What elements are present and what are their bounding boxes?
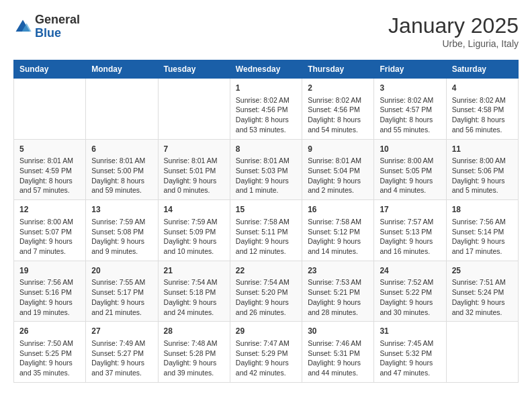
weekday-header-thursday: Thursday	[302, 60, 374, 79]
location-subtitle: Urbe, Liguria, Italy	[388, 38, 519, 49]
weekday-header-saturday: Saturday	[446, 60, 518, 79]
day-info: Sunrise: 7:56 AM Sunset: 5:14 PM Dayligh…	[452, 217, 513, 257]
day-number: 27	[91, 326, 152, 337]
day-number: 8	[236, 144, 296, 155]
empty-cell	[446, 322, 518, 383]
calendar-week-row: 12Sunrise: 8:00 AM Sunset: 5:07 PM Dayli…	[14, 200, 519, 261]
logo-text: General Blue	[35, 13, 80, 40]
day-number: 23	[308, 265, 368, 277]
day-info: Sunrise: 7:54 AM Sunset: 5:20 PM Dayligh…	[236, 277, 296, 317]
day-number: 12	[19, 204, 80, 216]
weekday-header-wednesday: Wednesday	[230, 60, 302, 79]
calendar-day-cell: 17Sunrise: 7:57 AM Sunset: 5:13 PM Dayli…	[374, 200, 446, 261]
calendar-week-row: 19Sunrise: 7:56 AM Sunset: 5:16 PM Dayli…	[14, 261, 519, 322]
day-number: 17	[380, 204, 440, 216]
title-block: January 2025 Urbe, Liguria, Italy	[388, 13, 519, 49]
calendar-day-cell: 1Sunrise: 8:02 AM Sunset: 4:56 PM Daylig…	[230, 79, 302, 140]
calendar-day-cell: 16Sunrise: 7:58 AM Sunset: 5:12 PM Dayli…	[302, 200, 374, 261]
day-number: 11	[452, 144, 513, 155]
calendar-day-cell: 10Sunrise: 8:00 AM Sunset: 5:05 PM Dayli…	[374, 139, 446, 200]
calendar-day-cell: 15Sunrise: 7:58 AM Sunset: 5:11 PM Dayli…	[230, 200, 302, 261]
calendar-day-cell: 26Sunrise: 7:50 AM Sunset: 5:25 PM Dayli…	[14, 322, 86, 383]
day-info: Sunrise: 7:45 AM Sunset: 5:32 PM Dayligh…	[380, 338, 440, 378]
day-number: 20	[91, 265, 152, 277]
day-number: 14	[164, 204, 224, 216]
calendar-week-row: 26Sunrise: 7:50 AM Sunset: 5:25 PM Dayli…	[14, 322, 519, 383]
day-number: 6	[91, 144, 152, 155]
logo-general: General	[35, 13, 80, 26]
calendar-day-cell: 3Sunrise: 8:02 AM Sunset: 4:57 PM Daylig…	[374, 79, 446, 140]
empty-cell	[158, 79, 230, 140]
calendar-day-cell: 4Sunrise: 8:02 AM Sunset: 4:58 PM Daylig…	[446, 79, 518, 140]
day-info: Sunrise: 8:02 AM Sunset: 4:56 PM Dayligh…	[236, 95, 296, 135]
logo: General Blue	[13, 13, 80, 40]
calendar-day-cell: 28Sunrise: 7:48 AM Sunset: 5:28 PM Dayli…	[158, 322, 230, 383]
day-number: 13	[91, 204, 152, 216]
day-number: 29	[236, 326, 296, 337]
day-info: Sunrise: 7:56 AM Sunset: 5:16 PM Dayligh…	[19, 277, 80, 317]
weekday-header-monday: Monday	[86, 60, 158, 79]
day-number: 18	[452, 204, 513, 216]
logo-blue: Blue	[35, 26, 61, 40]
calendar-day-cell: 9Sunrise: 8:01 AM Sunset: 5:04 PM Daylig…	[302, 139, 374, 200]
calendar-day-cell: 6Sunrise: 8:01 AM Sunset: 5:00 PM Daylig…	[86, 139, 158, 200]
day-info: Sunrise: 8:02 AM Sunset: 4:58 PM Dayligh…	[452, 95, 513, 135]
day-number: 30	[308, 326, 368, 337]
day-number: 1	[236, 83, 296, 94]
day-info: Sunrise: 7:55 AM Sunset: 5:17 PM Dayligh…	[91, 277, 152, 317]
day-number: 2	[308, 83, 368, 94]
day-number: 31	[380, 326, 440, 337]
day-info: Sunrise: 8:02 AM Sunset: 4:56 PM Dayligh…	[308, 95, 368, 135]
day-number: 24	[380, 265, 440, 277]
day-number: 7	[164, 144, 224, 155]
day-info: Sunrise: 8:01 AM Sunset: 5:00 PM Dayligh…	[91, 156, 152, 195]
day-info: Sunrise: 7:49 AM Sunset: 5:27 PM Dayligh…	[91, 338, 152, 378]
day-info: Sunrise: 7:46 AM Sunset: 5:31 PM Dayligh…	[308, 338, 368, 378]
calendar-day-cell: 21Sunrise: 7:54 AM Sunset: 5:18 PM Dayli…	[158, 261, 230, 322]
weekday-header-friday: Friday	[374, 60, 446, 79]
calendar-day-cell: 11Sunrise: 8:00 AM Sunset: 5:06 PM Dayli…	[446, 139, 518, 200]
day-number: 9	[308, 144, 368, 155]
day-info: Sunrise: 7:52 AM Sunset: 5:22 PM Dayligh…	[380, 277, 440, 317]
calendar-day-cell: 5Sunrise: 8:01 AM Sunset: 4:59 PM Daylig…	[14, 139, 86, 200]
weekday-header-tuesday: Tuesday	[158, 60, 230, 79]
calendar-day-cell: 27Sunrise: 7:49 AM Sunset: 5:27 PM Dayli…	[86, 322, 158, 383]
day-number: 25	[452, 265, 513, 277]
logo-icon	[13, 17, 32, 36]
day-info: Sunrise: 7:58 AM Sunset: 5:11 PM Dayligh…	[236, 217, 296, 257]
calendar-week-row: 5Sunrise: 8:01 AM Sunset: 4:59 PM Daylig…	[14, 139, 519, 200]
day-number: 16	[308, 204, 368, 216]
calendar-day-cell: 2Sunrise: 8:02 AM Sunset: 4:56 PM Daylig…	[302, 79, 374, 140]
calendar-table: SundayMondayTuesdayWednesdayThursdayFrid…	[13, 60, 519, 383]
day-number: 28	[164, 326, 224, 337]
day-number: 3	[380, 83, 440, 94]
day-number: 19	[19, 265, 80, 277]
calendar-day-cell: 30Sunrise: 7:46 AM Sunset: 5:31 PM Dayli…	[302, 322, 374, 383]
day-info: Sunrise: 8:00 AM Sunset: 5:07 PM Dayligh…	[19, 217, 80, 257]
day-info: Sunrise: 7:48 AM Sunset: 5:28 PM Dayligh…	[164, 338, 224, 378]
day-info: Sunrise: 8:01 AM Sunset: 5:03 PM Dayligh…	[236, 156, 296, 195]
day-info: Sunrise: 8:01 AM Sunset: 5:04 PM Dayligh…	[308, 156, 368, 195]
day-info: Sunrise: 7:59 AM Sunset: 5:09 PM Dayligh…	[164, 217, 224, 257]
day-info: Sunrise: 7:58 AM Sunset: 5:12 PM Dayligh…	[308, 217, 368, 257]
day-number: 26	[19, 326, 80, 337]
day-number: 15	[236, 204, 296, 216]
day-info: Sunrise: 8:00 AM Sunset: 5:06 PM Dayligh…	[452, 156, 513, 195]
calendar-day-cell: 18Sunrise: 7:56 AM Sunset: 5:14 PM Dayli…	[446, 200, 518, 261]
month-title: January 2025	[388, 13, 519, 38]
day-info: Sunrise: 7:50 AM Sunset: 5:25 PM Dayligh…	[19, 338, 80, 378]
calendar-day-cell: 13Sunrise: 7:59 AM Sunset: 5:08 PM Dayli…	[86, 200, 158, 261]
day-info: Sunrise: 7:59 AM Sunset: 5:08 PM Dayligh…	[91, 217, 152, 257]
day-info: Sunrise: 8:00 AM Sunset: 5:05 PM Dayligh…	[380, 156, 440, 195]
day-info: Sunrise: 8:02 AM Sunset: 4:57 PM Dayligh…	[380, 95, 440, 135]
empty-cell	[14, 79, 86, 140]
calendar-day-cell: 22Sunrise: 7:54 AM Sunset: 5:20 PM Dayli…	[230, 261, 302, 322]
calendar-day-cell: 23Sunrise: 7:53 AM Sunset: 5:21 PM Dayli…	[302, 261, 374, 322]
calendar-day-cell: 19Sunrise: 7:56 AM Sunset: 5:16 PM Dayli…	[14, 261, 86, 322]
day-info: Sunrise: 7:51 AM Sunset: 5:24 PM Dayligh…	[452, 277, 513, 317]
calendar-header-row: SundayMondayTuesdayWednesdayThursdayFrid…	[14, 60, 519, 79]
weekday-header-sunday: Sunday	[14, 60, 86, 79]
day-number: 10	[380, 144, 440, 155]
calendar-day-cell: 12Sunrise: 8:00 AM Sunset: 5:07 PM Dayli…	[14, 200, 86, 261]
day-info: Sunrise: 8:01 AM Sunset: 5:01 PM Dayligh…	[164, 156, 224, 195]
